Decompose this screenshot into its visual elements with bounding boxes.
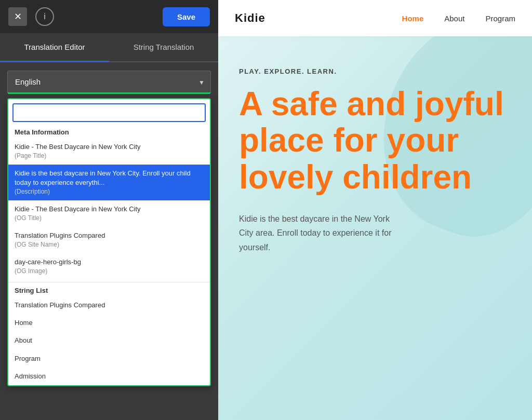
logo-text: Kidie <box>235 11 265 24</box>
item-type: (Description) <box>15 187 204 196</box>
dropdown-item-og-title[interactable]: Kidie - The Best Daycare in New York Cit… <box>8 200 210 227</box>
site-nav: Kidie Home About Program <box>218 0 532 36</box>
right-panel: Kidie Home About Program PLAY. EXPLORE. … <box>218 0 532 420</box>
item-type: (OG Image) <box>15 267 204 276</box>
hero-title: A safe and joyful place for your lovely … <box>239 86 511 195</box>
item-text: Program <box>15 355 41 362</box>
item-text: About <box>15 336 32 344</box>
item-text: Translation Plugins Compared <box>15 232 105 239</box>
close-button[interactable]: ✕ <box>8 7 27 26</box>
dropdown-search-wrapper <box>8 99 210 124</box>
item-text: Translation Plugins Compared <box>15 301 105 309</box>
string-dropdown: Meta Information Kidie - The Best Daycar… <box>7 98 211 386</box>
dropdown-item-og-site-name[interactable]: Translation Plugins Compared (OG Site Na… <box>8 227 210 253</box>
string-list-section-header: String List <box>8 284 210 296</box>
save-button[interactable]: Save <box>163 7 210 26</box>
item-text: Kidie - The Best Daycare in New York Cit… <box>15 143 141 151</box>
language-section: English Spanish French German ▼ <box>0 62 218 98</box>
info-button[interactable]: i <box>35 7 54 26</box>
dropdown-item-page-title[interactable]: Kidie - The Best Daycare in New York Cit… <box>8 138 210 165</box>
language-select-wrapper: English Spanish French German ▼ <box>7 71 211 94</box>
site-logo: Kidie <box>235 11 265 25</box>
item-type: (OG Site Name) <box>15 240 204 249</box>
info-icon: i <box>44 12 46 21</box>
tab-string-translation[interactable]: String Translation <box>109 33 218 62</box>
dropdown-item-admission[interactable]: Admission <box>8 368 210 385</box>
item-type: (OG Title) <box>15 214 204 223</box>
dropdown-item-home[interactable]: Home <box>8 314 210 332</box>
hero-tagline: PLAY. EXPLORE. LEARN. <box>239 67 511 75</box>
meta-section-header: Meta Information <box>8 124 210 138</box>
item-text: day-care-hero-girls-bg <box>15 258 81 266</box>
dropdown-item-program[interactable]: Program <box>8 350 210 368</box>
dropdown-item-description[interactable]: Kidie is the best daycare in New York Ci… <box>8 165 210 200</box>
nav-links: Home About Program <box>402 14 515 23</box>
hero-section: PLAY. EXPLORE. LEARN. A safe and joyful … <box>218 36 532 420</box>
language-select[interactable]: English Spanish French German <box>7 71 211 94</box>
tab-translation-editor[interactable]: Translation Editor <box>0 33 109 62</box>
dropdown-divider <box>8 282 210 282</box>
item-text: Kidie is the best daycare in New York Ci… <box>15 169 191 186</box>
tab-bar: Translation Editor String Translation <box>0 33 218 62</box>
nav-link-about[interactable]: About <box>444 14 464 23</box>
item-text: Admission <box>15 372 46 380</box>
nav-link-home[interactable]: Home <box>402 14 424 23</box>
left-panel: ✕ i Save Translation Editor String Trans… <box>0 0 218 420</box>
nav-link-program[interactable]: Program <box>485 14 515 23</box>
item-text: Kidie - The Best Daycare in New York Cit… <box>15 205 141 213</box>
toolbar: ✕ i Save <box>0 0 218 33</box>
close-icon: ✕ <box>14 11 22 22</box>
hero-description: Kidie is the best daycare in the New Yor… <box>239 212 405 254</box>
string-select-wrapper: Select string to translate... ▲ Meta Inf… <box>0 98 218 128</box>
item-type: (Page Title) <box>15 152 204 160</box>
item-text: Home <box>15 319 33 327</box>
dropdown-search-input[interactable] <box>12 103 206 122</box>
dropdown-item-about[interactable]: About <box>8 332 210 349</box>
dropdown-item-translation-plugins[interactable]: Translation Plugins Compared <box>8 296 210 314</box>
dropdown-item-og-image[interactable]: day-care-hero-girls-bg (OG Image) <box>8 253 210 280</box>
